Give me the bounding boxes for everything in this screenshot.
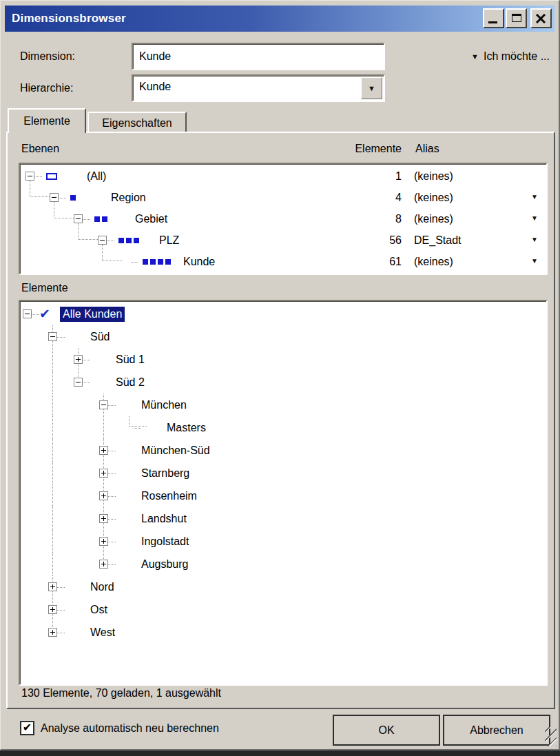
tree-row[interactable]: West	[20, 621, 546, 644]
level-element-count: 61	[342, 256, 402, 268]
tree-row[interactable]: Süd 1	[20, 348, 546, 371]
minimize-icon	[488, 21, 497, 23]
level-alias: (keines)	[414, 213, 453, 225]
collapse-icon[interactable]	[50, 193, 59, 202]
window-title: Dimensionsbrowser	[5, 12, 126, 25]
level-square-icon	[143, 259, 148, 265]
i-want-label: Ich möchte ...	[484, 50, 550, 63]
hierarchy-select[interactable]: Kunde ▼	[132, 74, 385, 102]
tree-row[interactable]: ✔Alle Kunden	[20, 303, 546, 325]
level-row[interactable]: Region4(keines)▼	[20, 187, 546, 208]
expand-icon[interactable]	[99, 537, 108, 546]
tree-connector-icon	[102, 251, 122, 261]
level-icon	[94, 216, 125, 222]
collapse-icon[interactable]	[48, 332, 57, 341]
tree-item-label: Rosenheim	[138, 489, 200, 504]
elements-tree: ✔Alle KundenSüdSüd 1Süd 2MünchenMastersM…	[19, 300, 548, 686]
tab-eigenschaften[interactable]: Eigenschaften	[87, 112, 187, 133]
ok-button[interactable]: OK	[333, 715, 440, 746]
tab-panel: Ebenen Elemente Alias (All)1(keines)Regi…	[6, 132, 555, 709]
level-alias: (keines)	[414, 192, 453, 204]
tree-row[interactable]: Augsburg	[20, 553, 546, 575]
elements-column-header: Elemente	[297, 143, 402, 155]
tree-item-label: Landshut	[138, 511, 189, 527]
tree-item-label: Süd 2	[113, 375, 147, 390]
titlebar[interactable]: Dimensionsbrowser	[5, 6, 554, 32]
level-alias: (keines)	[414, 170, 453, 183]
tree-item-label: München-Süd	[138, 443, 213, 458]
tree-guide-line	[52, 371, 53, 394]
maximize-button[interactable]	[506, 8, 527, 28]
tree-guide-line	[52, 553, 53, 575]
tree-row[interactable]: Landshut	[20, 507, 546, 530]
level-row[interactable]: Kunde61(keines)▼	[20, 251, 546, 272]
tree-item-label: Ost	[87, 602, 110, 617]
tree-row[interactable]: Süd	[20, 325, 546, 348]
tree-row[interactable]: Masters	[20, 416, 546, 439]
tree-row[interactable]: München	[20, 394, 546, 416]
level-square-icon	[118, 238, 124, 243]
level-label: Gebiet	[135, 213, 167, 225]
tree-row[interactable]: Ingolstadt	[20, 530, 546, 553]
collapse-icon[interactable]	[74, 378, 83, 387]
status-bar: 130 Elemente, 70 geladen, 1 ausgewählt	[21, 687, 221, 699]
levels-list: (All)1(keines)Region4(keines)▼Gebiet8(ke…	[19, 163, 548, 275]
tree-item-label: Süd 1	[113, 352, 147, 367]
level-row[interactable]: (All)1(keines)	[20, 165, 546, 187]
tree-row[interactable]: Nord	[20, 575, 546, 598]
collapse-icon[interactable]	[98, 236, 107, 245]
elements-section-label: Elemente	[21, 282, 68, 294]
expand-icon[interactable]	[74, 355, 83, 364]
level-square-icon	[126, 238, 132, 243]
close-button[interactable]	[530, 8, 552, 28]
level-row[interactable]: Gebiet8(keines)▼	[20, 208, 546, 229]
tree-item-label: Augsburg	[138, 557, 191, 572]
collapse-icon[interactable]	[99, 400, 108, 409]
maximize-icon	[512, 14, 521, 22]
tree-row[interactable]: Ost	[20, 598, 546, 621]
tree-connector-icon	[54, 208, 74, 218]
level-alias: DE_Stadt	[414, 234, 461, 247]
alias-dropdown-icon[interactable]: ▼	[531, 214, 538, 222]
tree-connector-icon	[30, 187, 50, 197]
minimize-button[interactable]	[483, 8, 504, 28]
collapse-icon[interactable]	[25, 172, 34, 181]
level-label: (All)	[87, 170, 106, 183]
tab-elemente[interactable]: Elemente	[8, 108, 86, 133]
dimension-input[interactable]	[132, 43, 385, 70]
alias-column-header: Alias	[415, 143, 439, 155]
expand-icon[interactable]	[48, 628, 57, 637]
tree-item-label: Alle Kunden	[60, 307, 125, 322]
chevron-down-icon: ▼	[368, 84, 375, 92]
i-want-menu[interactable]: ▼ Ich möchte ...	[471, 50, 550, 63]
expand-icon[interactable]	[99, 514, 108, 523]
expand-icon[interactable]	[99, 446, 108, 455]
collapse-icon[interactable]	[23, 309, 32, 318]
levels-column-header: Ebenen	[21, 143, 59, 155]
level-square-icon	[165, 259, 171, 265]
level-row[interactable]: PLZ56DE_Stadt▼	[20, 229, 546, 251]
expand-icon[interactable]	[99, 560, 108, 569]
cancel-button[interactable]: Abbrechen	[443, 715, 550, 746]
tree-row[interactable]: Süd 2	[20, 371, 546, 394]
tree-row[interactable]: Starnberg	[20, 462, 546, 484]
tree-row[interactable]: Rosenheim	[20, 484, 546, 507]
alias-dropdown-icon[interactable]: ▼	[531, 193, 538, 201]
auto-recalc-checkbox[interactable]: ✔	[20, 721, 34, 735]
tree-row[interactable]: München-Süd	[20, 439, 546, 462]
expand-icon[interactable]	[99, 491, 108, 500]
alias-dropdown-icon[interactable]: ▼	[531, 236, 538, 243]
tree-guide-line	[52, 416, 53, 439]
tree-guide-line	[52, 348, 53, 371]
level-element-count: 56	[342, 234, 402, 247]
level-element-count: 1	[342, 170, 402, 183]
hierarchy-dropdown-button[interactable]: ▼	[361, 77, 382, 99]
resize-grip-icon[interactable]	[545, 727, 557, 746]
expand-icon[interactable]	[99, 469, 108, 478]
level-square-icon	[158, 259, 163, 265]
expand-icon[interactable]	[48, 605, 57, 614]
collapse-icon[interactable]	[74, 214, 83, 223]
alias-dropdown-icon[interactable]: ▼	[531, 257, 538, 265]
level-icon	[70, 195, 101, 201]
expand-icon[interactable]	[48, 582, 57, 591]
